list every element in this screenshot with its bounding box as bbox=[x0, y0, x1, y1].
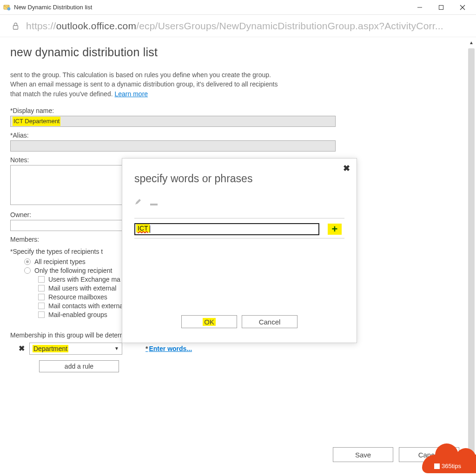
alias-input[interactable] bbox=[10, 140, 336, 152]
svg-rect-7 bbox=[150, 204, 158, 205]
intro-line-2: When an email message is sent to a dynam… bbox=[10, 80, 278, 88]
cb-label: Mail-enabled groups bbox=[48, 311, 107, 318]
display-name-value: ICT Departement bbox=[13, 117, 60, 126]
cb-label: Mail users with external bbox=[48, 284, 116, 292]
intro-line-3: that match the rules you've defined. bbox=[10, 90, 114, 98]
words-list bbox=[134, 238, 344, 312]
radio-all-label: All recipient types bbox=[34, 258, 86, 265]
checkbox-icon bbox=[38, 303, 45, 309]
radio-icon bbox=[24, 267, 31, 274]
dialog-title: specify words or phrases bbox=[134, 172, 344, 185]
display-name-label: *Display name: bbox=[10, 107, 456, 114]
url-text[interactable]: https://outlook.office.com/ecp/UsersGrou… bbox=[26, 20, 469, 32]
maximize-button[interactable] bbox=[430, 0, 452, 14]
svg-rect-6 bbox=[13, 26, 18, 29]
vertical-scrollbar[interactable]: ▲ bbox=[467, 37, 476, 476]
save-button[interactable]: Save bbox=[333, 447, 393, 462]
chevron-down-icon: ▼ bbox=[114, 346, 119, 351]
alias-label: *Alias: bbox=[10, 132, 456, 139]
checkbox-icon bbox=[38, 311, 45, 318]
office-logo-icon bbox=[434, 463, 440, 469]
close-button[interactable] bbox=[452, 0, 473, 14]
dialog-cancel-button[interactable]: Cancel bbox=[242, 315, 298, 328]
specify-words-dialog: ✖ specify words or phrases ICT + OK Canc… bbox=[122, 158, 357, 343]
scroll-up-icon[interactable]: ▲ bbox=[467, 40, 476, 45]
edit-icon[interactable] bbox=[134, 198, 142, 208]
cb-label: Users with Exchange ma bbox=[48, 276, 120, 283]
watermark-badge: 365tips bbox=[422, 442, 476, 473]
add-rule-button[interactable]: add a rule bbox=[39, 360, 119, 372]
intro-text: sent to the group. This calculation is b… bbox=[10, 70, 456, 99]
word-input[interactable]: ICT bbox=[134, 223, 319, 235]
rule-attribute-select[interactable]: Department ▼ bbox=[29, 343, 122, 355]
window-title: New Dynamic Distribution list bbox=[14, 4, 409, 11]
lock-icon bbox=[11, 22, 20, 30]
enter-words-link[interactable]: Enter words... bbox=[145, 345, 192, 352]
rule-select-value: Department bbox=[33, 345, 68, 352]
minimize-button[interactable] bbox=[409, 0, 430, 14]
remove-rule-icon[interactable]: ✖ bbox=[19, 344, 25, 353]
svg-rect-3 bbox=[439, 5, 443, 9]
checkbox-icon bbox=[38, 285, 45, 291]
page-title: new dynamic distribution list bbox=[10, 46, 456, 59]
remove-icon[interactable] bbox=[150, 198, 158, 208]
radio-icon bbox=[24, 258, 31, 265]
word-input-value: ICT bbox=[136, 224, 150, 232]
learn-more-link[interactable]: Learn more bbox=[114, 90, 148, 98]
scroll-thumb[interactable] bbox=[468, 48, 475, 465]
display-name-input[interactable]: ICT Departement bbox=[10, 116, 336, 127]
radio-only-label: Only the following recipient bbox=[34, 267, 112, 274]
address-bar: https://outlook.office.com/ecp/UsersGrou… bbox=[0, 15, 476, 37]
watermark-text: 365tips bbox=[442, 463, 461, 469]
checkbox-icon bbox=[38, 276, 45, 283]
checkbox-icon bbox=[38, 294, 45, 300]
app-icon bbox=[3, 3, 11, 12]
dialog-ok-button[interactable]: OK bbox=[181, 315, 237, 328]
cb-label: Resource mailboxes bbox=[48, 293, 107, 301]
intro-line-1: sent to the group. This calculation is b… bbox=[10, 71, 271, 79]
window-titlebar: New Dynamic Distribution list bbox=[0, 0, 476, 15]
add-word-button[interactable]: + bbox=[328, 224, 342, 235]
ok-label: OK bbox=[203, 318, 216, 326]
dialog-close-icon[interactable]: ✖ bbox=[343, 163, 350, 173]
svg-point-1 bbox=[7, 7, 10, 10]
